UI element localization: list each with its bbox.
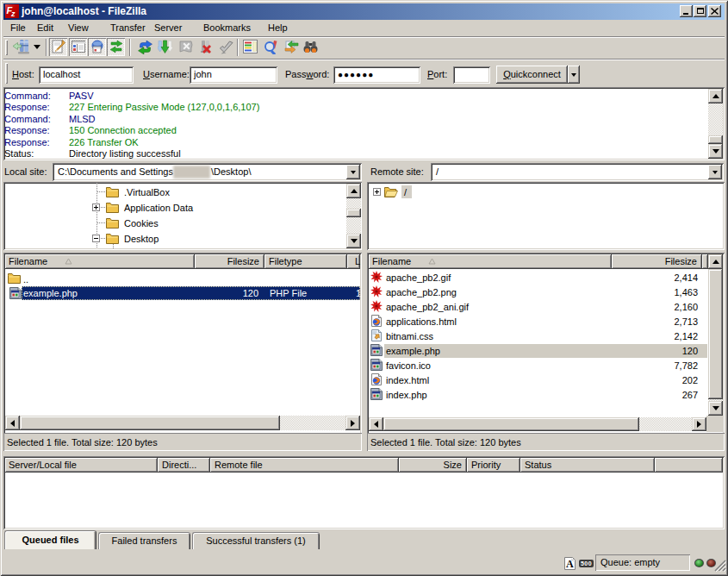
svg-text:z: z	[10, 9, 16, 18]
